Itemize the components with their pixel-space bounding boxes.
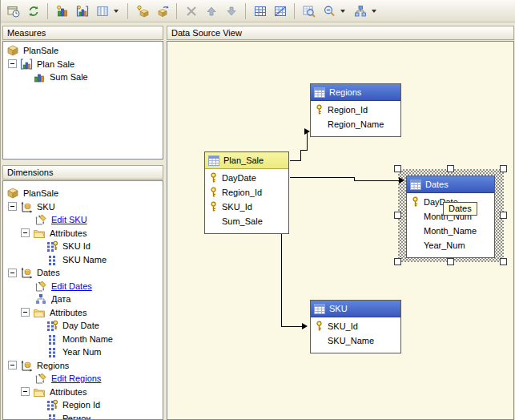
- collapse-minus-icon[interactable]: [21, 387, 30, 396]
- field-row[interactable]: Region_Id: [311, 103, 400, 117]
- snap-to-grid-button[interactable]: [271, 2, 289, 20]
- field-row[interactable]: Year_Num: [407, 238, 494, 252]
- collapse-minus-icon[interactable]: [21, 308, 30, 317]
- new-measure-button[interactable]: [53, 2, 71, 20]
- designer-button[interactable]: [4, 2, 22, 20]
- selection-handle[interactable]: [394, 212, 401, 219]
- tree-item-edit-dates-link[interactable]: Edit Dates: [3, 280, 163, 293]
- field-row[interactable]: Sum_Sale: [205, 214, 288, 228]
- new-measure-group-button[interactable]: [73, 2, 91, 20]
- collapse-minus-icon[interactable]: [8, 202, 17, 211]
- tree-item-edit-regions-link[interactable]: Edit Regions: [3, 372, 163, 386]
- tree-item-day-date-attribute[interactable]: Day Date: [3, 319, 163, 333]
- tree-item-dates-attributes-folder[interactable]: Attributes: [3, 306, 163, 320]
- relationship-plansale-sku[interactable]: [281, 234, 308, 329]
- key-attribute-icon: [46, 319, 58, 332]
- collapse-minus-icon[interactable]: [21, 228, 30, 237]
- table-plan-sale[interactable]: Plan_Sale DayDate Region_Id SKU_Id Sum_: [204, 151, 289, 234]
- tree-item-plansale-cube[interactable]: PlanSale: [3, 44, 163, 58]
- new-measure-group-icon: [76, 5, 89, 18]
- delete-button[interactable]: [182, 2, 200, 20]
- edit-dimension-icon: [34, 213, 47, 226]
- data-source-view-title: Data Source View: [171, 28, 242, 38]
- dimension-wizard-button[interactable]: [153, 2, 171, 20]
- field-row[interactable]: Region_Name: [311, 117, 400, 131]
- table-sku[interactable]: SKU SKU_Id SKU_Name: [310, 300, 401, 353]
- layout-dropdown[interactable]: [371, 2, 380, 20]
- move-up-button[interactable]: [202, 2, 220, 20]
- browse-data-icon: [303, 5, 316, 18]
- zoom-dropdown[interactable]: [340, 2, 349, 20]
- tree-item-region-attribute[interactable]: Регион: [3, 412, 163, 420]
- tree-item-edit-sku-link[interactable]: Edit SKU: [3, 213, 163, 227]
- attribute-icon: [46, 412, 58, 420]
- show-columns-dropdown[interactable]: [113, 2, 123, 20]
- selection-handle[interactable]: [500, 258, 507, 265]
- add-cube-dimension-icon: [136, 5, 149, 18]
- table-dates-header[interactable]: Dates: [407, 176, 494, 193]
- folder-icon: [33, 386, 46, 398]
- primary-key-icon: [410, 196, 424, 208]
- collapse-minus-icon[interactable]: [8, 59, 17, 68]
- table-icon: [314, 304, 325, 314]
- table-regions-header[interactable]: Regions: [311, 84, 400, 101]
- field-row[interactable]: SKU_Id: [311, 319, 400, 333]
- field-row[interactable]: Region_Id: [205, 185, 288, 200]
- tree-item-dates-dimension[interactable]: Dates: [3, 266, 163, 280]
- table-icon: [314, 87, 325, 98]
- change-layout-button[interactable]: [351, 2, 369, 20]
- tree-item-year-num-attribute[interactable]: Year Num: [3, 345, 163, 359]
- refresh-button[interactable]: [24, 2, 42, 20]
- table-regions[interactable]: Regions Region_Id Region_Name: [310, 83, 401, 137]
- selection-handle[interactable]: [447, 258, 454, 265]
- delete-icon: [185, 5, 198, 18]
- primary-key-icon: [208, 201, 222, 212]
- refresh-icon: [27, 5, 40, 18]
- table-sku-header[interactable]: SKU: [311, 301, 400, 317]
- add-cube-dimension-button[interactable]: [133, 2, 151, 20]
- field-row[interactable]: SKU_Name: [311, 333, 400, 348]
- relationship-plansale-regions[interactable]: [290, 128, 310, 160]
- key-attribute-icon: [46, 240, 58, 252]
- diagram-canvas[interactable]: Regions Region_Id Region_Name Plan_Sale: [167, 41, 514, 420]
- tree-item-sku-attributes-folder[interactable]: Attributes: [3, 227, 163, 240]
- tree-item-regions-attributes-folder[interactable]: Attributes: [3, 386, 163, 399]
- move-down-button[interactable]: [222, 2, 240, 20]
- dropdown-arrow-icon: [372, 10, 376, 13]
- tree-item-sku-name-attribute[interactable]: SKU Name: [3, 253, 163, 267]
- toolbar-separator: [47, 3, 48, 19]
- dimension-icon: [20, 200, 33, 213]
- selection-handle[interactable]: [500, 212, 507, 219]
- tree-item-sku-id-attribute[interactable]: SKU Id: [3, 240, 163, 253]
- primary-key-icon: [314, 104, 328, 115]
- measures-panel-title: Measures: [7, 28, 46, 38]
- tree-item-month-name-attribute[interactable]: Month Name: [3, 333, 163, 346]
- zoom-out-button[interactable]: [320, 2, 338, 20]
- tree-item-plansale-cube[interactable]: PlanSale: [3, 187, 163, 200]
- field-row[interactable]: SKU_Id: [205, 200, 288, 214]
- tree-item-region-id-attribute[interactable]: Region Id: [3, 398, 163, 412]
- tree-item-regions-dimension[interactable]: Regions: [3, 359, 163, 373]
- browse-data-button[interactable]: [300, 2, 318, 20]
- tree-item-data-hierarchy[interactable]: Дата: [3, 293, 163, 306]
- table-dates[interactable]: Dates DayDate Month_Num Month_Name Year: [406, 176, 495, 258]
- show-columns-button[interactable]: [93, 2, 111, 20]
- edit-dimension-icon: [34, 280, 47, 293]
- selection-handle[interactable]: [500, 165, 507, 172]
- selection-handle[interactable]: [447, 165, 454, 172]
- table-plan-sale-header[interactable]: Plan_Sale: [205, 152, 288, 169]
- collapse-minus-icon[interactable]: [8, 361, 17, 370]
- tree-item-sum-sale-measure[interactable]: Sum Sale: [3, 71, 163, 84]
- data-source-view-header: Data Source View: [167, 26, 514, 40]
- tree-item-sku-dimension[interactable]: SKU: [3, 200, 163, 214]
- field-row[interactable]: Month_Name: [407, 224, 494, 238]
- selection-handle[interactable]: [394, 258, 401, 265]
- collapse-minus-icon[interactable]: [8, 269, 17, 277]
- tree-item-plan-sale-measure-group[interactable]: Plan Sale: [3, 58, 163, 71]
- field-row[interactable]: DayDate: [205, 171, 288, 185]
- dropdown-arrow-icon: [340, 10, 345, 13]
- show-grid-button[interactable]: [251, 2, 269, 20]
- relationship-plansale-dates[interactable]: [290, 177, 404, 184]
- show-columns-icon: [96, 5, 109, 18]
- selection-handle[interactable]: [394, 165, 401, 172]
